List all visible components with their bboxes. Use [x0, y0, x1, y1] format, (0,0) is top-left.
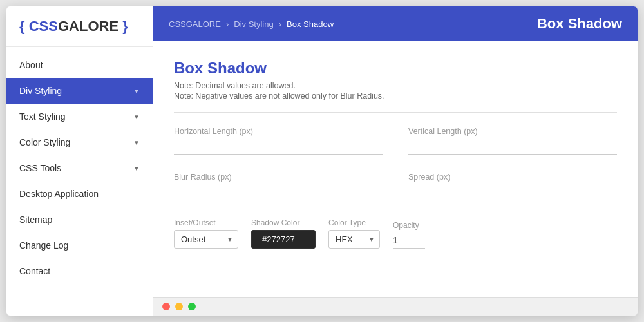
- dot-green: [188, 303, 196, 310]
- logo-text: CSS: [29, 18, 58, 34]
- sidebar-item-sitemap[interactable]: Sitemap: [6, 207, 153, 232]
- logo[interactable]: { CSSGALORE }: [6, 6, 153, 47]
- chevron-down-icon: ▼: [133, 165, 140, 172]
- blur-input[interactable]: [174, 184, 383, 200]
- header-title: Box Shadow: [537, 15, 622, 32]
- sidebar-label-about: About: [19, 60, 43, 70]
- sidebar-item-desktop-app[interactable]: Desktop Application: [6, 181, 153, 207]
- sidebar-item-div-styling[interactable]: Div Styling ▼: [6, 78, 153, 104]
- content-area: Box Shadow Note: Decimal values are allo…: [153, 41, 638, 297]
- shadow-color-label: Shadow Color: [251, 218, 316, 227]
- breadcrumb-box-shadow: Box Shadow: [287, 19, 334, 29]
- shadow-color-value: #272727: [262, 234, 295, 244]
- color-type-label: Color Type: [328, 218, 380, 227]
- breadcrumb-sep-2: ›: [279, 19, 281, 29]
- sidebar-item-about[interactable]: About: [6, 52, 153, 78]
- sidebar-label-css-tools: CSS Tools: [19, 163, 61, 173]
- sidebar-item-css-tools[interactable]: CSS Tools ▼: [6, 155, 153, 181]
- sidebar-label-contact: Contact: [19, 266, 50, 276]
- inset-outset-select-wrapper: Outset Inset ▼: [174, 230, 238, 249]
- logo-galore: GALORE: [58, 18, 118, 34]
- vertical-label: Vertical Length (px): [408, 127, 617, 136]
- right-panel: CSSGALORE › Div Styling › Box Shadow Box…: [153, 6, 638, 316]
- form-group-color-type: Color Type HEX RGB HSL ▼: [328, 218, 380, 249]
- sidebar-item-text-styling[interactable]: Text Styling ▼: [6, 104, 153, 129]
- page-title: Box Shadow: [174, 59, 617, 77]
- breadcrumb-div-styling[interactable]: Div Styling: [234, 19, 273, 29]
- shadow-color-swatch[interactable]: #272727: [251, 230, 316, 249]
- sidebar-item-change-log[interactable]: Change Log: [6, 232, 153, 258]
- form-group-spread: Spread (px): [408, 173, 617, 200]
- browser-window: { CSSGALORE } About Div Styling ▼ Text S…: [6, 6, 638, 316]
- chevron-down-icon: ▼: [133, 113, 140, 120]
- vertical-input[interactable]: [408, 138, 617, 155]
- inset-outset-select[interactable]: Outset Inset: [174, 230, 238, 249]
- note-1: Note: Decimal values are allowed.: [174, 81, 617, 90]
- form-group-shadow-color: Shadow Color #272727: [251, 218, 316, 249]
- section-divider: [174, 112, 617, 113]
- sidebar-label-color-styling: Color Styling: [19, 137, 70, 147]
- form-row-1: Horizontal Length (px) Vertical Length (…: [174, 127, 617, 155]
- form-group-blur: Blur Radius (px): [174, 173, 383, 200]
- form-group-horizontal: Horizontal Length (px): [174, 127, 383, 155]
- form-group-inset-outset: Inset/Outset Outset Inset ▼: [174, 218, 238, 249]
- logo-brace-close: }: [118, 18, 128, 34]
- breadcrumb: CSSGALORE › Div Styling › Box Shadow: [169, 19, 334, 29]
- sidebar-nav: About Div Styling ▼ Text Styling ▼ Color…: [6, 47, 153, 316]
- opacity-input[interactable]: [393, 232, 425, 249]
- color-type-select-wrapper: HEX RGB HSL ▼: [328, 230, 380, 249]
- sidebar-label-text-styling: Text Styling: [19, 111, 66, 122]
- color-type-select[interactable]: HEX RGB HSL: [328, 230, 380, 249]
- breadcrumb-sep-1: ›: [226, 19, 229, 29]
- top-header: CSSGALORE › Div Styling › Box Shadow Box…: [153, 6, 638, 41]
- horizontal-label: Horizontal Length (px): [174, 127, 383, 136]
- blur-label: Blur Radius (px): [174, 173, 383, 182]
- horizontal-input[interactable]: [174, 138, 383, 155]
- form-group-vertical: Vertical Length (px): [408, 127, 617, 155]
- breadcrumb-cssgalore[interactable]: CSSGALORE: [169, 19, 221, 29]
- chevron-down-icon: ▼: [133, 139, 140, 146]
- logo-brace-open: {: [19, 18, 29, 34]
- dot-yellow: [175, 303, 183, 310]
- browser-bar: [153, 297, 638, 316]
- sidebar-label-div-styling: Div Styling: [19, 86, 62, 96]
- spread-label: Spread (px): [408, 173, 617, 182]
- form-row-2: Blur Radius (px) Spread (px): [174, 173, 617, 200]
- chevron-down-icon: ▼: [133, 88, 140, 95]
- spread-input[interactable]: [408, 184, 617, 200]
- form-group-opacity: Opacity: [393, 221, 425, 249]
- dot-red: [162, 303, 170, 310]
- inset-outset-label: Inset/Outset: [174, 218, 238, 227]
- sidebar-item-contact[interactable]: Contact: [6, 258, 153, 284]
- sidebar-label-change-log: Change Log: [19, 240, 68, 251]
- opacity-label: Opacity: [393, 221, 425, 230]
- sidebar-label-desktop-app: Desktop Application: [19, 189, 99, 199]
- sidebar: { CSSGALORE } About Div Styling ▼ Text S…: [6, 6, 153, 316]
- main-layout: { CSSGALORE } About Div Styling ▼ Text S…: [6, 6, 638, 316]
- sidebar-label-sitemap: Sitemap: [19, 214, 52, 225]
- form-row-bottom: Inset/Outset Outset Inset ▼ Shadow Color: [174, 218, 617, 249]
- note-2: Note: Negative values are not allowed on…: [174, 91, 617, 100]
- sidebar-item-color-styling[interactable]: Color Styling ▼: [6, 129, 153, 155]
